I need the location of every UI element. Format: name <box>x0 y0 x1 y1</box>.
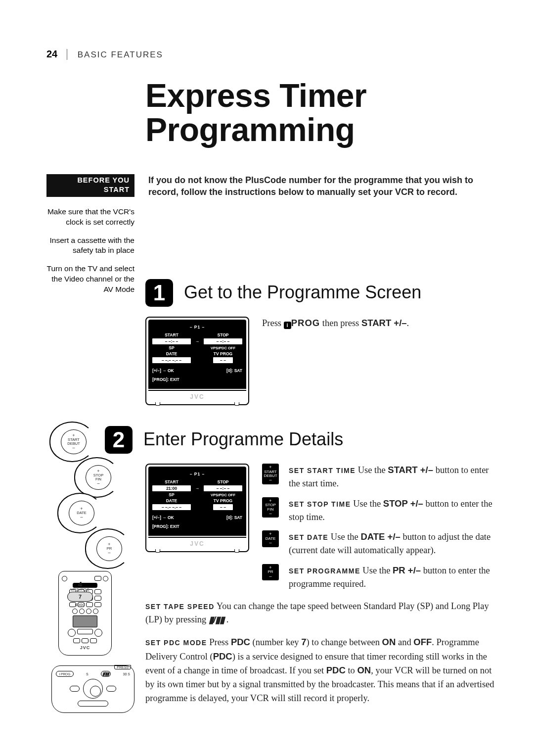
vcr-screen-2: – P1 – START STOP 21:00 → – –:– – SP VPS… <box>145 464 249 552</box>
remote-diagram: + START DEBUT – + STOP FIN – + DATE – + <box>37 422 131 713</box>
stop-key-icon: + STOP FIN – <box>262 497 279 518</box>
step-1-title: Get to the Programme Screen <box>184 282 421 303</box>
knob-stop: + STOP FIN – <box>37 457 131 498</box>
arrow-right-icon: → <box>193 486 202 491</box>
prog-key-icon: i <box>284 322 291 329</box>
page-header: 24 BASIC FEATURES <box>46 48 494 60</box>
detail-date: + DATE – SET DATE Use the DATE +/– butto… <box>262 530 494 564</box>
before-you-start-column: BEFORE YOU START Make sure that the VCR'… <box>46 174 134 303</box>
jvc-brand: JVC <box>148 390 246 402</box>
date-key-icon: + DATE – <box>262 530 279 547</box>
detail-stop-time: + STOP FIN – SET STOP TIME Use the STOP … <box>262 497 494 531</box>
number-7-key-icon: 7 <box>67 592 93 602</box>
tape-speed-icon: ▮/▮▮ <box>209 613 224 627</box>
tape-speed-flip-icon: ▮/▮▮ <box>101 671 111 677</box>
detail-programme: + PR – SET PROGRAMME Use the PR +/– butt… <box>262 564 494 598</box>
prereq-1: Make sure that the VCR's clock is set co… <box>46 207 134 228</box>
step-1-body: Press iPROG then press START +/–. <box>262 317 494 330</box>
prog-flip-button: i PROG <box>56 671 74 677</box>
prereq-2: Insert a cassette with the safety tab in… <box>46 236 134 256</box>
remote-flip-panel: PRESS i PROG S ▮/▮▮ 30 S <box>51 665 134 713</box>
header-divider <box>67 49 67 60</box>
arrow-right-icon: → <box>193 339 202 344</box>
knob-pr: + PR – <box>37 528 131 569</box>
before-badge: BEFORE YOU START <box>46 174 134 197</box>
step-1-badge: 1 <box>145 279 173 307</box>
tape-speed-text: SET TAPE SPEED You can change the tape s… <box>145 600 494 627</box>
detail-start-time: + START DEBUT – SET START TIME Use the S… <box>262 464 494 497</box>
knob-date: + DATE – <box>37 493 131 533</box>
vps-pdc-cluster: 4 VPS/PDC 7 0000 <box>56 580 104 607</box>
page-number: 24 <box>46 48 57 59</box>
pdc-mode-text: SET PDC MODE Press PDC (number key 7) to… <box>145 635 494 706</box>
prereq-3: Turn on the TV and select the Video chan… <box>46 264 134 295</box>
intro-text: If you do not know the PlusCode number f… <box>148 174 494 198</box>
jvc-brand: JVC <box>148 537 246 549</box>
vcr-screen-1: – P1 – START STOP – –:– – → – –:– – SP V… <box>145 317 249 405</box>
pr-key-icon: + PR – <box>262 564 279 580</box>
step-2-title: Enter Programme Details <box>143 429 343 450</box>
section-name: BASIC FEATURES <box>78 50 163 59</box>
start-key-icon: + START DEBUT – <box>262 464 279 484</box>
knob-start: + START DEBUT – <box>37 422 131 462</box>
page-title: Express Timer Programming <box>145 79 494 147</box>
